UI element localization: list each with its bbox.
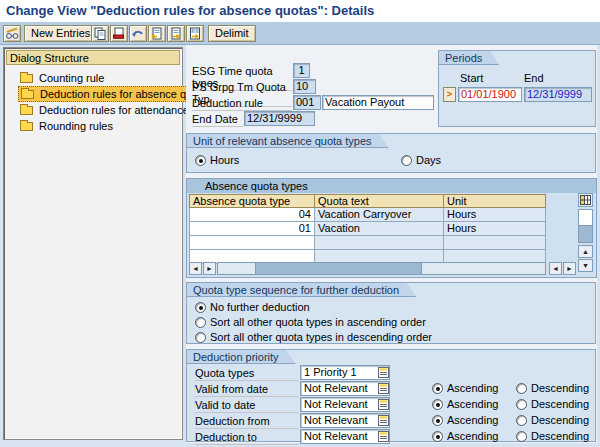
quota-text-cell[interactable]	[315, 236, 444, 250]
radio-label: Ascending	[447, 398, 498, 410]
folder-icon	[20, 106, 33, 115]
period-end-field[interactable]: 12/31/9999	[524, 87, 592, 102]
valid-from-dropdown[interactable]: Not Relevant	[300, 381, 390, 396]
dropdown-icon[interactable]	[378, 431, 389, 442]
column-header[interactable]: Absence quota type	[189, 194, 315, 208]
radio-button-icon[interactable]	[432, 399, 443, 410]
priority-groupbox: Deduction priority Quota types 1 Priorit…	[186, 349, 596, 442]
valid-to-dropdown[interactable]: Not Relevant	[300, 397, 390, 412]
radio-label: Ascending	[447, 414, 498, 426]
radio-ascending[interactable]: Ascending	[432, 414, 498, 426]
radio-button-icon[interactable]	[195, 302, 206, 313]
valid-from-label: Valid from date	[195, 383, 299, 397]
new-entries-button[interactable]: New Entries	[24, 25, 97, 42]
variable-list-icon[interactable]	[148, 25, 166, 42]
dialog-structure-header: Dialog Structure	[6, 50, 180, 65]
radio-button-icon[interactable]	[516, 415, 527, 426]
unit-cell[interactable]	[444, 236, 546, 250]
dropdown-icon[interactable]	[378, 415, 389, 426]
column-header[interactable]: Unit	[444, 194, 546, 208]
table-header-row: Absence quota type Quota text Unit	[189, 194, 546, 208]
sidebar-item-rounding-rules[interactable]: Rounding rules	[18, 118, 117, 134]
radio-button-icon[interactable]	[516, 399, 527, 410]
dropdown-icon[interactable]	[378, 383, 389, 394]
priority-group-header: Deduction priority	[186, 349, 296, 364]
deduction-rule-text-field[interactable]: Vacation Payout	[322, 95, 434, 110]
unit-cell[interactable]: Hours	[444, 208, 546, 222]
radio-button-icon[interactable]	[401, 155, 412, 166]
deduction-rule-code-field[interactable]: 001	[293, 95, 321, 110]
scroll-right-icon[interactable]: ►	[563, 262, 576, 275]
radio-descending[interactable]: Descending	[516, 398, 589, 410]
dropdown-icon[interactable]	[378, 399, 389, 410]
radio-button-icon[interactable]	[432, 415, 443, 426]
table-settings-icon[interactable]	[578, 193, 593, 207]
deduction-from-dropdown[interactable]: Not Relevant	[300, 413, 390, 428]
radio-ascending[interactable]: Ascending	[432, 398, 498, 410]
radio-button-icon[interactable]	[516, 383, 527, 394]
copy-entry-icon[interactable]	[167, 25, 185, 42]
radio-button-icon[interactable]	[432, 431, 443, 442]
quota-text-cell[interactable]: Vacation	[315, 222, 444, 236]
undo-icon[interactable]	[129, 25, 147, 42]
unit-groupbox: Unit of relevant absence quota types Hou…	[186, 133, 596, 173]
vertical-scrollbar-thumb[interactable]	[578, 225, 593, 243]
radio-no-further-deduction[interactable]: No further deduction	[195, 301, 310, 313]
radio-label: Descending	[531, 414, 589, 426]
radio-button-icon[interactable]	[195, 155, 206, 166]
quota-type-cell[interactable]: 01	[189, 222, 315, 236]
quota-type-cell[interactable]	[189, 236, 315, 250]
radio-button-icon[interactable]	[195, 317, 206, 328]
page-title: Change View "Deduction rules for absence…	[6, 3, 374, 18]
sidebar-item-counting-rule[interactable]: Counting rule	[18, 70, 108, 86]
radio-ascending[interactable]: Ascending	[432, 382, 498, 394]
column-header[interactable]: Quota text	[315, 194, 444, 208]
radio-sort-descending[interactable]: Sort all other quota types in descending…	[195, 331, 432, 343]
radio-ascending[interactable]: Ascending	[432, 430, 498, 442]
unit-cell[interactable]: Hours	[444, 222, 546, 236]
folder-icon	[20, 122, 33, 131]
radio-label: Descending	[531, 398, 589, 410]
horizontal-scrollbar-thumb[interactable]	[255, 262, 422, 275]
deduction-from-label: Deduction from	[195, 415, 299, 429]
table-row[interactable]: 04 Vacation Carryover Hours	[189, 208, 546, 222]
radio-button-icon[interactable]	[195, 332, 206, 343]
select-block-icon[interactable]	[186, 25, 204, 42]
radio-days[interactable]: Days	[401, 154, 441, 166]
quota-types-dropdown[interactable]: 1 Priority 1	[300, 365, 390, 380]
quota-type-cell[interactable]: 04	[189, 208, 315, 222]
copy-icon[interactable]	[91, 25, 109, 42]
delimit-button[interactable]: Delimit	[208, 25, 256, 42]
radio-descending[interactable]: Descending	[516, 414, 589, 426]
radio-label: No further deduction	[210, 301, 310, 313]
radio-sort-ascending[interactable]: Sort all other quota types in ascending …	[195, 316, 426, 328]
dropdown-icon[interactable]	[378, 367, 389, 378]
radio-button-icon[interactable]	[516, 431, 527, 442]
end-date-field[interactable]: 12/31/9999	[244, 111, 315, 126]
sap-change-view-window: { "title": "Change View \"Deduction rule…	[0, 0, 600, 447]
scroll-left-icon[interactable]: ◄	[549, 262, 562, 275]
radio-label: Descending	[531, 382, 589, 394]
radio-label: Days	[416, 154, 441, 166]
radio-label: Descending	[531, 430, 589, 442]
table-row[interactable]: 01 Vacation Hours	[189, 222, 546, 236]
select-period-button[interactable]: >	[443, 87, 456, 102]
period-start-field[interactable]: 01/01/1900	[458, 87, 522, 102]
delete-icon[interactable]	[110, 25, 128, 42]
scroll-down-icon[interactable]: ▼	[578, 259, 593, 272]
periods-groupbox: Periods Start End > 01/01/1900 12/31/999…	[438, 50, 596, 127]
radio-descending[interactable]: Descending	[516, 382, 589, 394]
esg-field[interactable]: 1	[293, 63, 310, 78]
quota-text-cell[interactable]: Vacation Carryover	[315, 208, 444, 222]
ps-grpg-field[interactable]: 10	[293, 79, 316, 94]
change-display-icon[interactable]	[3, 25, 21, 42]
title-bar: Change View "Deduction rules for absence…	[0, 0, 600, 22]
scroll-up-icon[interactable]: ▲	[578, 245, 593, 258]
radio-button-icon[interactable]	[432, 383, 443, 394]
radio-hours[interactable]: Hours	[195, 154, 239, 166]
table-row[interactable]	[189, 236, 546, 250]
scroll-right-icon[interactable]: ►	[203, 262, 216, 275]
radio-descending[interactable]: Descending	[516, 430, 589, 442]
scroll-left-icon[interactable]: ◄	[189, 262, 202, 275]
deduction-to-dropdown[interactable]: Not Relevant	[300, 429, 390, 444]
